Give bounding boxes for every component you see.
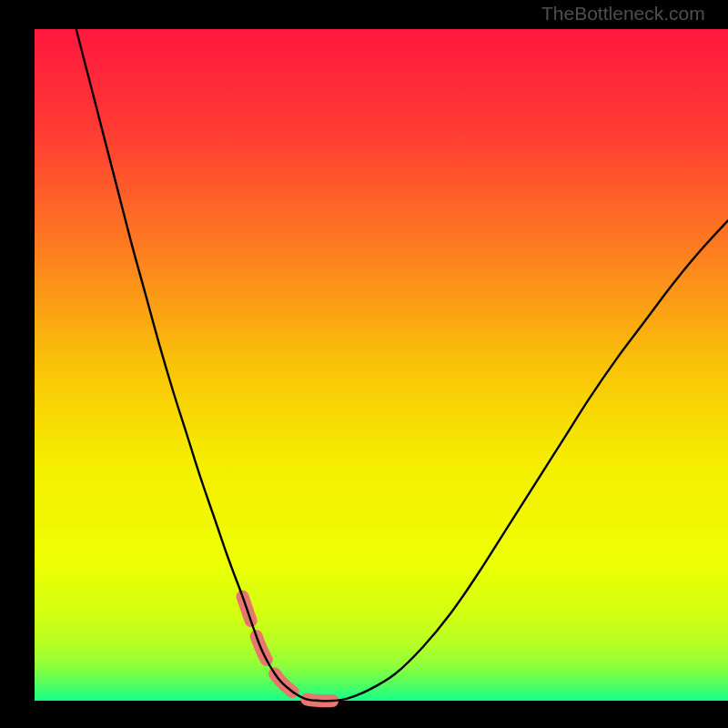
plot-background (35, 29, 728, 701)
chart-svg (0, 0, 728, 728)
chart-frame: TheBottleneck.com (0, 0, 728, 728)
